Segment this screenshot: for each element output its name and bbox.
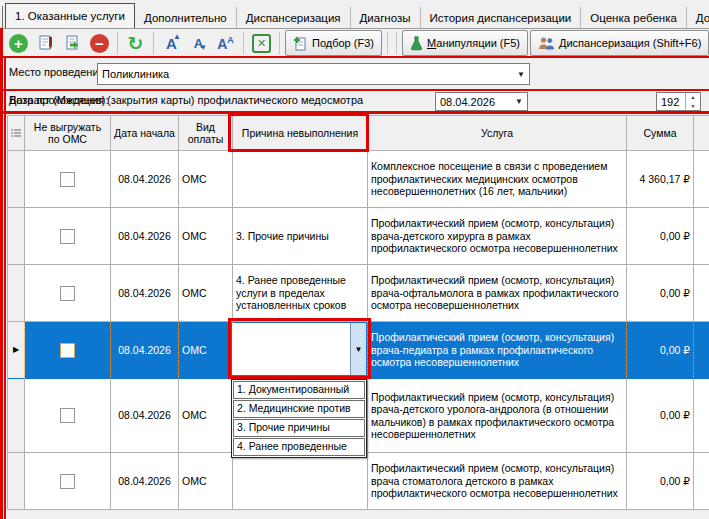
reason-editor-field[interactable]: [232, 323, 350, 375]
column-header-sum[interactable]: Сумма: [627, 116, 694, 151]
location-value: Поликлиника: [98, 68, 513, 80]
date-cell[interactable]: 08.04.2026: [111, 453, 179, 510]
refresh-button[interactable]: ↻: [123, 31, 148, 56]
no-upload-cell[interactable]: [25, 151, 111, 208]
date-cell[interactable]: 08.04.2026: [111, 151, 179, 208]
sum-cell[interactable]: 0,00 ₽: [627, 322, 694, 379]
reason-cell[interactable]: 3. Прочие причины: [233, 208, 368, 265]
annotation-red-line: [4, 57, 6, 519]
dropdown-item-other[interactable]: 3. Прочие причины: [233, 419, 365, 437]
tab-dispanserization[interactable]: Диспансеризация: [237, 7, 351, 28]
column-chooser-icon: [11, 128, 21, 138]
payment-cell[interactable]: ОМС: [179, 208, 233, 265]
no-upload-cell[interactable]: [25, 453, 111, 510]
sum-cell[interactable]: 0,00 ₽: [627, 265, 694, 322]
payment-cell[interactable]: ОМС: [179, 151, 233, 208]
spinner-down-icon[interactable]: ▼: [686, 102, 700, 111]
reason-dropdown-list: 1. Документированный 2. Медицинские прот…: [231, 379, 367, 458]
filler-cell: [694, 208, 709, 265]
payment-cell[interactable]: ОМС: [179, 265, 233, 322]
checkbox[interactable]: [60, 172, 75, 187]
no-upload-cell[interactable]: [25, 322, 111, 379]
edit-button[interactable]: [33, 31, 58, 56]
save-icon: [64, 34, 82, 52]
chevron-down-icon[interactable]: ▼: [511, 97, 527, 106]
dropdown-item-medical[interactable]: 2. Медицинские против: [233, 400, 365, 418]
dispanserization-button[interactable]: Диспансеризация (Shift+F6): [530, 30, 709, 56]
column-header-reason[interactable]: Причина невыполнения: [233, 116, 368, 151]
row-indicator-cell: [8, 151, 25, 208]
spinner-up-icon[interactable]: ▲: [686, 93, 700, 102]
service-cell[interactable]: Профилактический прием (осмотр, консульт…: [368, 322, 627, 379]
row-marker-icon: ▶: [13, 344, 19, 357]
no-upload-cell[interactable]: [25, 208, 111, 265]
reason-cell[interactable]: [233, 453, 368, 510]
reason-editor[interactable]: ▼: [232, 323, 366, 375]
tab-cutoff[interactable]: Допол: [687, 7, 709, 28]
sum-cell[interactable]: 0,00 ₽: [627, 379, 694, 453]
column-header-filler: [694, 116, 709, 151]
delete-button[interactable]: −: [87, 31, 112, 56]
dropdown-item-documented[interactable]: 1. Документированный: [233, 381, 365, 399]
payment-cell[interactable]: ОМС: [179, 322, 233, 379]
payment-cell[interactable]: ОМС: [179, 379, 233, 453]
toolbar-separator: [243, 32, 244, 54]
column-chooser-cell[interactable]: [8, 116, 25, 151]
payment-cell[interactable]: ОМС: [179, 453, 233, 510]
tab-additional[interactable]: Дополнительно: [135, 7, 237, 28]
checkbox[interactable]: [60, 229, 75, 244]
dropdown-item-earlier[interactable]: 4. Ранее проведенные: [233, 438, 365, 456]
column-header-date-start[interactable]: Дата начала: [111, 116, 179, 151]
column-header-payment[interactable]: Вид оплаты: [179, 116, 233, 151]
service-cell[interactable]: Комплексное посещение в связи с проведен…: [368, 151, 627, 208]
service-cell[interactable]: Профилактический прием (осмотр, консульт…: [368, 453, 627, 510]
sum-cell[interactable]: 4 360,17 ₽: [627, 151, 694, 208]
people-icon: [538, 36, 555, 51]
sum-cell[interactable]: 0,00 ₽: [627, 453, 694, 510]
service-cell[interactable]: Профилактический прием (осмотр, консульт…: [368, 208, 627, 265]
table-row[interactable]: 08.04.2026 ОМС 4. Ранее проведенные услу…: [8, 265, 709, 322]
date-cell[interactable]: 08.04.2026: [111, 322, 179, 379]
toolbar-separator: [153, 32, 154, 54]
reason-cell[interactable]: [233, 151, 368, 208]
tab-provided-services[interactable]: 1. Оказанные услуги: [5, 3, 135, 28]
date-cell[interactable]: 08.04.2026: [111, 208, 179, 265]
table-row[interactable]: 08.04.2026 ОМС 3. Прочие причины Профила…: [8, 208, 709, 265]
reason-editor-dropdown-button[interactable]: ▼: [350, 323, 366, 375]
checkbox[interactable]: [60, 408, 75, 423]
date-cell[interactable]: 08.04.2026: [111, 265, 179, 322]
save-button[interactable]: [60, 31, 85, 56]
toolbar: + − ↻ A▲ A▼: [0, 28, 709, 57]
excel-export-button[interactable]: ✕: [249, 31, 274, 56]
tab-dispanserization-history[interactable]: История диспансеризации: [421, 7, 582, 28]
add-button[interactable]: +: [6, 31, 31, 56]
location-combobox[interactable]: Поликлиника ▼: [97, 63, 530, 85]
no-upload-cell[interactable]: [25, 265, 111, 322]
font-decrease-button[interactable]: A▼: [186, 31, 211, 56]
table-row[interactable]: 08.04.2026 ОМС Профилактический прием (о…: [8, 453, 709, 510]
checkbox[interactable]: [60, 343, 75, 358]
age-spinner[interactable]: 192 ▲ ▼: [656, 92, 701, 111]
tab-child-assessment[interactable]: Оценка ребенка: [581, 7, 687, 28]
exam-date-picker[interactable]: 08.04.2026 ▼: [435, 92, 528, 111]
reason-cell[interactable]: 4. Ранее проведенные услуги в пределах у…: [233, 265, 368, 322]
manipulations-button[interactable]: Манипуляции (F5): [402, 30, 528, 56]
font-increase-button[interactable]: A▲: [159, 31, 184, 56]
service-cell[interactable]: Профилактический прием (осмотр, консульт…: [368, 379, 627, 453]
sum-cell[interactable]: 0,00 ₽: [627, 208, 694, 265]
date-cell[interactable]: 08.04.2026: [111, 379, 179, 453]
column-header-service[interactable]: Услуга: [368, 116, 627, 151]
table-header-row: Не выгружать по ОМС Дата начала Вид опла…: [8, 116, 709, 151]
checkbox[interactable]: [60, 286, 75, 301]
row-indicator-cell: [8, 379, 25, 453]
column-header-no-upload[interactable]: Не выгружать по ОМС: [25, 116, 111, 151]
tab-diagnoses[interactable]: Диагнозы: [351, 7, 421, 28]
checkbox[interactable]: [60, 474, 75, 489]
service-cell[interactable]: Профилактический прием (осмотр, консульт…: [368, 265, 627, 322]
no-upload-cell[interactable]: [25, 379, 111, 453]
font-reset-button[interactable]: AA: [213, 31, 238, 56]
podbor-button[interactable]: Подбор (F3): [285, 30, 382, 56]
table-row[interactable]: 08.04.2026 ОМС Комплексное посещение в с…: [8, 151, 709, 208]
date-row: Дата прохождения (закрытия карты) профил…: [0, 90, 709, 112]
chevron-down-icon[interactable]: ▼: [513, 70, 529, 79]
